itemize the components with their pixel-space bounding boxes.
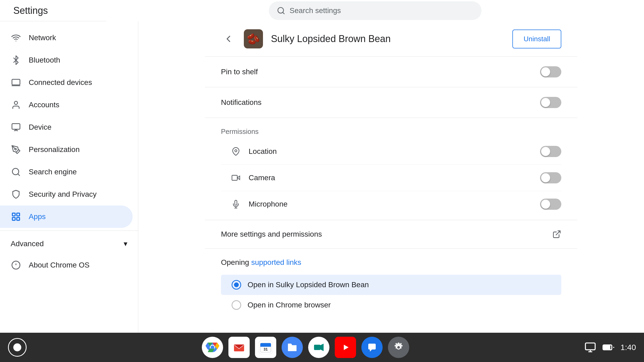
taskbar-meet[interactable]: [308, 337, 329, 358]
taskbar-center: 31: [202, 337, 409, 358]
location-toggle[interactable]: [540, 146, 561, 157]
taskbar-files[interactable]: [282, 337, 303, 358]
shield-icon: [11, 189, 21, 200]
sidebar-item-security[interactable]: Security and Privacy: [0, 183, 133, 205]
svg-point-25: [211, 345, 214, 349]
taskbar-youtube[interactable]: [335, 337, 356, 358]
radio-label-chrome: Open in Chrome browser: [248, 301, 331, 309]
settings-header: Settings: [0, 0, 106, 21]
screen-icon[interactable]: [584, 342, 596, 353]
about-icon: [11, 260, 21, 270]
sidebar-item-apps[interactable]: Apps: [0, 205, 133, 228]
launcher-circle-icon: [13, 343, 21, 351]
svg-rect-11: [17, 213, 20, 216]
back-button[interactable]: [221, 31, 236, 46]
microphone-toggle[interactable]: [540, 199, 561, 210]
bluetooth-icon: [11, 55, 21, 65]
camera-icon: [232, 174, 242, 182]
launcher-button[interactable]: [8, 338, 27, 357]
taskbar-chrome[interactable]: [202, 337, 223, 358]
permissions-section: Permissions Location: [205, 118, 577, 220]
svg-rect-35: [314, 345, 320, 350]
location-permission-left: Location: [232, 147, 277, 156]
opening-text: Opening: [221, 258, 251, 266]
taskbar: 31: [0, 333, 644, 362]
camera-permission-row: Camera: [221, 165, 561, 191]
taskbar-settings-app[interactable]: [388, 337, 409, 358]
notifications-toggle[interactable]: [540, 97, 561, 108]
pin-to-shelf-label: Pin to shelf: [221, 68, 258, 76]
sidebar-item-personalization[interactable]: Personalization: [0, 138, 133, 161]
svg-rect-13: [17, 217, 20, 220]
app-header: 🫘 Sulky Lopsided Brown Bean Uninstall: [205, 21, 577, 57]
search-icon: [277, 6, 285, 15]
sidebar-security-label: Security and Privacy: [29, 190, 97, 199]
apps-icon: [11, 211, 21, 222]
person-icon: [11, 100, 21, 110]
uninstall-button[interactable]: Uninstall: [512, 30, 561, 48]
sidebar-item-about[interactable]: About Chrome OS: [0, 254, 133, 276]
svg-rect-19: [232, 175, 237, 180]
svg-point-17: [235, 150, 237, 152]
svg-rect-10: [12, 213, 15, 216]
sidebar-advanced[interactable]: Advanced ▾: [0, 233, 138, 254]
microphone-label: Microphone: [249, 200, 287, 208]
sidebar-device-label: Device: [29, 123, 52, 131]
sidebar-item-network[interactable]: Network: [0, 27, 133, 49]
camera-label: Camera: [249, 174, 275, 182]
sidebar-item-search-engine[interactable]: Search engine: [0, 161, 133, 183]
sidebar-personalization-label: Personalization: [29, 145, 80, 154]
app-name: Sulky Lopsided Brown Bean: [271, 33, 504, 44]
radio-option-chrome[interactable]: Open in Chrome browser: [221, 295, 561, 315]
taskbar-calendar[interactable]: 31: [255, 337, 276, 358]
microphone-permission-left: Microphone: [232, 200, 287, 208]
battery-icon: [603, 342, 614, 353]
camera-toggle[interactable]: [540, 172, 561, 183]
sidebar-item-accounts[interactable]: Accounts: [0, 94, 133, 116]
app-container: Network Bluetooth Connected devices: [0, 21, 644, 333]
more-settings-row[interactable]: More settings and permissions: [205, 220, 577, 249]
search-bar-container: [106, 0, 644, 21]
taskbar-messages[interactable]: [361, 337, 383, 358]
svg-point-41: [397, 346, 400, 349]
svg-line-22: [556, 231, 560, 235]
main-content: 🫘 Sulky Lopsided Brown Bean Uninstall Pi…: [138, 21, 644, 333]
microphone-icon: [232, 200, 242, 208]
search-input[interactable]: [290, 6, 474, 15]
radio-option-app[interactable]: Open in Sulky Lopsided Brown Bean: [221, 275, 561, 295]
sidebar-connected-devices-label: Connected devices: [29, 78, 92, 87]
sidebar-bluetooth-label: Bluetooth: [29, 56, 60, 64]
app-detail-panel: 🫘 Sulky Lopsided Brown Bean Uninstall Pi…: [205, 21, 577, 325]
svg-rect-12: [12, 217, 15, 220]
external-link-icon: [552, 230, 561, 239]
radio-label-app: Open in Sulky Lopsided Brown Bean: [248, 281, 369, 289]
taskbar-right: 1:40: [584, 342, 636, 353]
svg-line-9: [18, 174, 20, 176]
notifications-row: Notifications: [205, 87, 577, 118]
sidebar-item-device[interactable]: Device: [0, 116, 133, 138]
svg-rect-46: [604, 346, 610, 349]
microphone-permission-row: Microphone: [221, 191, 561, 217]
radio-circle-chrome: [232, 300, 241, 310]
svg-point-4: [14, 101, 18, 105]
sidebar-item-bluetooth[interactable]: Bluetooth: [0, 49, 133, 71]
sidebar-search-engine-label: Search engine: [29, 168, 77, 176]
sidebar-network-label: Network: [29, 34, 56, 42]
location-permission-row: Location: [221, 138, 561, 165]
wifi-icon: [11, 32, 21, 43]
camera-permission-left: Camera: [232, 174, 275, 182]
sidebar-item-connected-devices[interactable]: Connected devices: [0, 71, 133, 94]
search-bar: [269, 1, 482, 20]
pin-to-shelf-toggle[interactable]: [540, 66, 561, 77]
permissions-title: Permissions: [221, 127, 561, 136]
taskbar-gmail[interactable]: [228, 337, 250, 358]
supported-links-section: Opening supported links Open in Sulky Lo…: [205, 249, 577, 325]
supported-links-link[interactable]: supported links: [251, 258, 301, 266]
svg-rect-5: [12, 124, 20, 129]
search-engine-icon: [11, 167, 21, 177]
svg-rect-42: [585, 343, 595, 350]
svg-text:31: 31: [264, 347, 268, 351]
radio-inner-app: [234, 282, 239, 287]
sidebar-about-label: About Chrome OS: [29, 261, 90, 269]
location-icon: [232, 147, 242, 156]
